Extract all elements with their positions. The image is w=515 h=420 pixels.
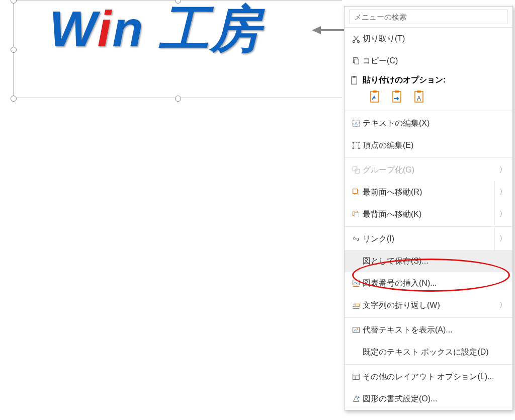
svg-rect-18 (353, 142, 354, 143)
wrap-text-icon (350, 301, 363, 310)
paste-option-text-only[interactable]: A (411, 89, 427, 105)
menu-item-group: グループ化(G) 〉 (345, 159, 512, 181)
svg-rect-20 (353, 148, 354, 149)
wordart-span-w: W (49, 1, 98, 57)
layout-options-icon (350, 372, 363, 381)
svg-point-2 (353, 40, 355, 42)
menu-item-label: 文字列の折り返し(W) (363, 300, 499, 311)
wordart-span-i: i (98, 1, 113, 57)
svg-rect-10 (393, 92, 401, 102)
svg-rect-28 (353, 280, 360, 285)
arrow-annotation-icon (312, 25, 347, 35)
menu-item-show-alt-text[interactable]: 代替テキストを表示(A)... (345, 319, 512, 341)
menu-item-label: 切り取り(T) (363, 34, 506, 44)
menu-separator (345, 111, 512, 111)
split-separator (494, 203, 495, 225)
context-menu: 切り取り(T) コピー(C) 貼り付けのオプション: A (344, 6, 513, 410)
menu-search-container (345, 7, 512, 28)
menu-item-more-layout[interactable]: その他のレイアウト オプション(L)... (345, 366, 512, 388)
menu-item-format-shape[interactable]: 図形の書式設定(O)... (345, 388, 512, 410)
menu-item-link[interactable]: リンク(I) 〉 (345, 228, 512, 250)
menu-item-label: コピー(C) (363, 56, 506, 66)
paste-option-keep-formatting[interactable] (367, 89, 383, 105)
menu-item-paste-options: 貼り付けのオプション: A (345, 72, 512, 110)
resize-handle-tl[interactable] (11, 0, 17, 4)
menu-item-copy[interactable]: コピー(C) (345, 50, 512, 72)
svg-rect-11 (395, 91, 399, 93)
menu-separator (345, 317, 512, 318)
insert-caption-icon (350, 279, 363, 288)
menu-item-label: 既定のテキスト ボックスに設定(D) (363, 347, 506, 358)
svg-rect-32 (356, 304, 359, 306)
svg-rect-6 (352, 76, 357, 83)
alt-text-icon (350, 325, 363, 334)
wordart-span-rest: n 工房 (112, 1, 262, 57)
menu-separator (345, 226, 512, 227)
menu-item-send-back[interactable]: 最背面へ移動(K) 〉 (345, 203, 512, 225)
menu-item-label: 最背面へ移動(K) (363, 209, 499, 220)
menu-item-edit-text[interactable]: A テキストの編集(X) (345, 112, 512, 134)
svg-rect-13 (417, 91, 421, 93)
menu-item-label: 図形の書式設定(O)... (363, 394, 506, 404)
copy-icon (350, 56, 363, 65)
svg-rect-9 (373, 91, 377, 93)
send-to-back-icon (350, 210, 363, 219)
menu-item-wrap-text[interactable]: 文字列の折り返し(W) 〉 (345, 294, 512, 316)
menu-item-label: 図表番号の挿入(N)... (363, 278, 506, 289)
format-shape-icon (350, 394, 363, 403)
resize-handle-bl[interactable] (11, 96, 17, 102)
menu-item-label: 頂点の編集(E) (363, 140, 506, 151)
edit-text-icon: A (350, 119, 363, 128)
svg-rect-19 (359, 142, 360, 143)
document-canvas[interactable]: Win 工房 (0, 0, 342, 420)
menu-item-set-default-textbox[interactable]: 既定のテキスト ボックスに設定(D) (345, 341, 512, 363)
svg-rect-7 (353, 76, 355, 78)
selected-textbox[interactable]: Win 工房 (13, 0, 342, 98)
menu-item-label: その他のレイアウト オプション(L)... (363, 372, 506, 382)
paste-option-merge[interactable] (389, 89, 405, 105)
bring-to-front-icon (350, 188, 363, 197)
split-separator (494, 181, 495, 203)
menu-item-label: リンク(I) (363, 234, 499, 244)
menu-item-label: 最前面へ移動(R) (363, 187, 499, 198)
menu-separator (345, 157, 512, 158)
split-separator (494, 228, 495, 250)
svg-rect-21 (359, 148, 360, 149)
svg-rect-37 (353, 374, 360, 380)
svg-rect-35 (353, 327, 360, 333)
menu-item-label: 図として保存(S)... (363, 256, 506, 267)
svg-rect-5 (355, 59, 359, 64)
paste-title: 貼り付けのオプション: (363, 75, 446, 86)
resize-handle-bc[interactable] (175, 96, 181, 102)
edit-points-icon (350, 141, 363, 150)
link-icon (350, 234, 363, 243)
svg-rect-25 (353, 189, 358, 194)
svg-rect-27 (354, 212, 359, 217)
menu-item-bring-front[interactable]: 最前面へ移動(R) 〉 (345, 181, 512, 203)
paste-icon (350, 75, 359, 86)
chevron-right-icon[interactable]: 〉 (499, 234, 506, 243)
svg-text:A: A (355, 121, 358, 126)
svg-marker-1 (312, 26, 321, 34)
svg-point-3 (357, 40, 359, 42)
menu-item-cut[interactable]: 切り取り(T) (345, 28, 512, 50)
menu-item-label: テキストの編集(X) (363, 118, 506, 129)
menu-search-input[interactable] (350, 10, 507, 24)
svg-point-36 (357, 328, 358, 330)
menu-item-label: グループ化(G) (363, 165, 499, 176)
wordart-text[interactable]: Win 工房 (49, 0, 262, 64)
svg-rect-17 (354, 143, 359, 148)
chevron-right-icon[interactable]: 〉 (499, 210, 506, 219)
menu-separator (345, 364, 512, 365)
resize-handle-ml[interactable] (11, 47, 17, 53)
chevron-right-icon: 〉 (499, 301, 506, 310)
menu-item-label: 代替テキストを表示(A)... (363, 325, 506, 335)
svg-text:A: A (417, 95, 421, 102)
chevron-right-icon: 〉 (499, 165, 506, 175)
menu-item-insert-caption[interactable]: 図表番号の挿入(N)... (345, 272, 512, 294)
menu-item-edit-vertex[interactable]: 頂点の編集(E) (345, 134, 512, 156)
group-icon (350, 165, 363, 175)
chevron-right-icon[interactable]: 〉 (499, 188, 506, 197)
menu-item-save-as-picture[interactable]: 図として保存(S)... (345, 250, 512, 272)
cut-icon (350, 34, 363, 43)
